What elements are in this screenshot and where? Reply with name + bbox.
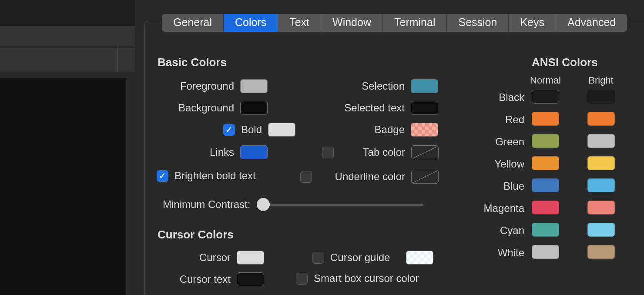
cursor-guide-swatch[interactable] <box>406 251 433 265</box>
selected-text-swatch[interactable] <box>411 101 438 115</box>
underline-color-swatch[interactable] <box>411 170 439 184</box>
ansi-bright-magenta[interactable] <box>587 201 615 215</box>
tab-color-checkbox[interactable] <box>322 147 334 158</box>
background-swatch[interactable] <box>240 101 268 115</box>
ansi-label-magenta: Magenta <box>470 202 524 215</box>
bold-swatch[interactable] <box>268 123 295 137</box>
main-panel: General Colors Text Window Terminal Sess… <box>135 0 644 295</box>
tab-window[interactable]: Window <box>321 14 383 32</box>
tab-general[interactable]: General <box>162 14 224 32</box>
tab-color-label: Tab color <box>340 146 405 158</box>
tab-terminal[interactable]: Terminal <box>383 14 447 32</box>
ansi-bright-blue[interactable] <box>587 178 615 192</box>
background-label: Background <box>171 102 234 114</box>
smart-box-checkbox[interactable] <box>296 273 308 285</box>
bold-checkbox[interactable]: ✓ <box>223 124 235 136</box>
tab-keys[interactable]: Keys <box>509 14 556 32</box>
links-label: Links <box>171 146 234 158</box>
ansi-label-green: Green <box>470 136 524 148</box>
ansi-label-black: Black <box>470 91 524 104</box>
section-cursor-colors: Cursor Colors <box>158 228 234 241</box>
underline-color-label: Underline color <box>318 171 405 183</box>
ansi-normal-white[interactable] <box>532 245 559 259</box>
section-ansi-colors: ANSI Colors <box>532 56 598 69</box>
ansi-normal-blue[interactable] <box>532 178 559 192</box>
brighten-label: Brighten bold text <box>174 170 256 182</box>
cursor-text-swatch[interactable] <box>237 272 264 286</box>
ansi-bright-cyan[interactable] <box>587 223 615 237</box>
foreground-swatch[interactable] <box>240 79 268 93</box>
tab-color-swatch[interactable] <box>411 145 439 159</box>
ansi-bright-red[interactable] <box>587 112 615 126</box>
ansi-normal-head: Normal <box>530 75 560 86</box>
section-basic-colors: Basic Colors <box>158 56 227 69</box>
cursor-label: Cursor <box>187 251 231 264</box>
ansi-normal-green[interactable] <box>532 134 559 148</box>
underline-color-checkbox[interactable] <box>300 171 312 183</box>
brighten-checkbox[interactable]: ✓ <box>157 170 168 182</box>
foreground-label: Foreground <box>171 80 234 92</box>
ansi-normal-cyan[interactable] <box>532 223 559 237</box>
cursor-guide-checkbox[interactable] <box>312 252 324 264</box>
ansi-normal-yellow[interactable] <box>532 156 559 170</box>
cursor-guide-label: Cursor guide <box>330 251 400 264</box>
ansi-label-red: Red <box>470 114 524 126</box>
sidebar <box>0 0 135 295</box>
selected-text-label: Selected text <box>322 102 405 114</box>
ansi-bright-yellow[interactable] <box>587 156 615 170</box>
ansi-label-cyan: Cyan <box>470 225 524 237</box>
tab-session[interactable]: Session <box>447 14 509 32</box>
minimum-contrast-slider[interactable] <box>258 204 423 206</box>
ansi-bright-black[interactable] <box>587 90 615 104</box>
minimum-contrast-label: Minimum Contrast: <box>163 198 250 211</box>
ansi-bright-head: Bright <box>586 75 616 86</box>
links-swatch[interactable] <box>240 145 268 159</box>
ansi-label-blue: Blue <box>470 180 524 192</box>
selection-swatch[interactable] <box>411 79 438 93</box>
ansi-bright-white[interactable] <box>587 245 615 259</box>
profile-tabs: General Colors Text Window Terminal Sess… <box>162 14 627 32</box>
ansi-label-white: White <box>470 247 524 259</box>
tab-text[interactable]: Text <box>278 14 321 32</box>
cursor-swatch[interactable] <box>237 251 264 265</box>
ansi-label-yellow: Yellow <box>470 158 524 170</box>
cursor-text-label: Cursor text <box>168 273 231 285</box>
bold-label: Bold <box>241 124 262 136</box>
ansi-normal-black[interactable] <box>532 90 559 104</box>
minimum-contrast-thumb[interactable] <box>257 198 270 211</box>
ansi-bright-green[interactable] <box>587 134 615 148</box>
tab-advanced[interactable]: Advanced <box>556 14 627 32</box>
selection-label: Selection <box>322 80 405 92</box>
ansi-normal-red[interactable] <box>532 112 559 126</box>
badge-swatch[interactable] <box>411 123 438 137</box>
ansi-normal-magenta[interactable] <box>532 201 559 215</box>
badge-label: Badge <box>322 124 405 136</box>
smart-box-label: Smart box cursor color <box>314 272 419 285</box>
tab-colors[interactable]: Colors <box>224 14 278 32</box>
